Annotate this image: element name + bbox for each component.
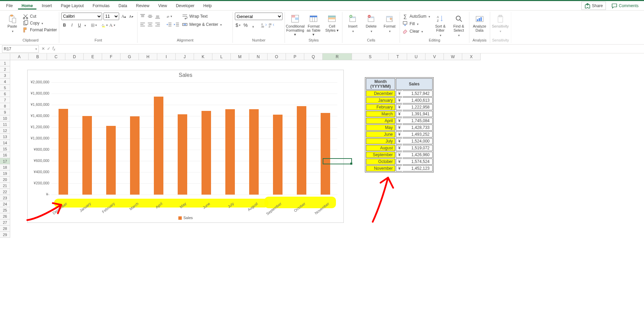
value-cell[interactable]: 1,426,960 xyxy=(403,152,433,158)
comma-format-button[interactable]: , xyxy=(250,22,256,28)
number-format-select[interactable]: General xyxy=(235,13,283,20)
tab-developer[interactable]: Developer xyxy=(173,2,198,10)
month-cell[interactable]: November xyxy=(366,165,395,171)
analyze-data-button[interactable]: Analyze Data xyxy=(471,13,488,32)
row-header[interactable]: 5 xyxy=(0,85,10,91)
align-top-icon[interactable] xyxy=(140,13,146,19)
row-header[interactable]: 28 xyxy=(0,226,10,232)
chart-bar[interactable] xyxy=(178,114,187,195)
table-row[interactable]: May¥1,428,733 xyxy=(366,125,433,131)
copy-button[interactable]: Copy xyxy=(22,20,43,26)
italic-button[interactable]: I xyxy=(69,23,75,28)
conditional-formatting-button[interactable]: Conditional Formatting ▾ xyxy=(287,13,303,36)
decrease-font-icon[interactable]: A▾ xyxy=(128,13,134,19)
column-header[interactable]: E xyxy=(84,53,102,60)
month-cell[interactable]: March xyxy=(366,111,395,117)
currency-cell[interactable]: ¥ xyxy=(396,152,402,158)
tab-home[interactable]: Home xyxy=(18,2,36,10)
chart-bar[interactable] xyxy=(225,109,235,195)
align-right-icon[interactable] xyxy=(155,21,161,28)
month-cell[interactable]: October xyxy=(366,159,395,165)
sales-chart[interactable]: Sales ¥-¥200,000¥400,000¥600,000¥800,000… xyxy=(27,70,344,223)
enter-formula-icon[interactable]: ✓ xyxy=(47,46,50,51)
column-header[interactable]: O xyxy=(268,53,286,60)
column-header[interactable]: J xyxy=(176,53,194,60)
sort-filter-button[interactable]: AZ Sort & Filter xyxy=(432,13,449,37)
currency-cell[interactable]: ¥ xyxy=(396,138,402,144)
value-cell[interactable]: 1,428,733 xyxy=(403,125,433,131)
row-header[interactable]: 16 xyxy=(0,152,10,158)
table-row[interactable]: August¥1,519,072 xyxy=(366,145,433,151)
tab-formulas[interactable]: Formulas xyxy=(89,2,113,10)
column-header[interactable]: D xyxy=(65,53,84,60)
increase-font-icon[interactable]: A▴ xyxy=(120,13,127,19)
underline-dropdown-icon[interactable] xyxy=(84,23,86,28)
column-header[interactable]: Q xyxy=(304,53,323,60)
column-header[interactable]: M xyxy=(231,53,249,60)
underline-button[interactable]: U xyxy=(76,23,82,28)
font-name-select[interactable]: Calibri xyxy=(61,13,102,20)
increase-indent-icon[interactable] xyxy=(174,21,180,28)
cancel-formula-icon[interactable]: ✕ xyxy=(42,46,45,51)
row-header[interactable]: 14 xyxy=(0,140,10,146)
column-header[interactable]: C xyxy=(47,53,65,60)
align-center-icon[interactable] xyxy=(147,21,153,28)
find-select-button[interactable]: Find & Select xyxy=(451,13,467,37)
name-box[interactable]: R17 ▾ xyxy=(2,45,39,53)
accounting-format-button[interactable]: $ xyxy=(235,22,241,28)
value-cell[interactable]: 1,400,613 xyxy=(403,97,433,103)
value-cell[interactable]: 1,519,072 xyxy=(403,145,433,151)
column-header[interactable]: G xyxy=(120,53,139,60)
month-cell[interactable]: December xyxy=(366,90,395,97)
borders-button[interactable] xyxy=(91,22,97,28)
column-header[interactable]: K xyxy=(194,53,212,60)
value-cell[interactable]: 1,222,958 xyxy=(403,104,433,110)
formula-bar-input[interactable] xyxy=(57,45,644,53)
row-header[interactable]: 12 xyxy=(0,128,10,134)
chart-bar[interactable] xyxy=(59,109,68,195)
row-header[interactable]: 21 xyxy=(0,183,10,189)
fx-icon[interactable]: fx xyxy=(52,46,55,51)
format-as-table-button[interactable]: Format as Table ▾ xyxy=(305,13,322,36)
table-row[interactable]: January¥1,400,613 xyxy=(366,97,433,103)
month-cell[interactable]: August xyxy=(366,145,395,151)
decrease-indent-icon[interactable] xyxy=(166,21,172,28)
row-header[interactable]: 17 xyxy=(0,158,10,164)
format-painter-button[interactable]: Format Painter xyxy=(22,27,57,33)
select-all-corner[interactable] xyxy=(0,53,10,60)
tab-insert[interactable]: Insert xyxy=(38,2,55,10)
comments-button[interactable]: Comments xyxy=(609,2,641,10)
paste-button[interactable]: Paste xyxy=(4,13,20,33)
bold-button[interactable]: B xyxy=(61,23,67,28)
column-header[interactable]: B xyxy=(29,53,47,60)
row-header[interactable]: 24 xyxy=(0,201,10,207)
wrap-text-button[interactable]: Wrap Text xyxy=(182,13,208,19)
row-header[interactable]: 25 xyxy=(0,207,10,213)
row-header[interactable]: 6 xyxy=(0,91,10,97)
clear-button[interactable]: Clear xyxy=(402,28,423,34)
column-header[interactable]: L xyxy=(212,53,231,60)
month-cell[interactable]: June xyxy=(366,131,395,137)
insert-cells-button[interactable]: Insert xyxy=(344,13,361,33)
currency-cell[interactable]: ¥ xyxy=(396,97,402,103)
table-row[interactable]: June¥1,493,252 xyxy=(366,131,433,137)
fill-color-button[interactable] xyxy=(102,22,108,28)
tab-page-layout[interactable]: Page Layout xyxy=(58,2,87,10)
align-left-icon[interactable] xyxy=(140,21,146,28)
currency-cell[interactable]: ¥ xyxy=(396,90,402,97)
tab-view[interactable]: View xyxy=(155,2,171,10)
row-header[interactable]: 11 xyxy=(0,121,10,128)
month-cell[interactable]: May xyxy=(366,125,395,131)
column-header[interactable]: V xyxy=(425,53,444,60)
delete-cells-button[interactable]: Delete xyxy=(363,13,379,33)
table-row[interactable]: December¥1,527,942 xyxy=(366,90,433,97)
column-header[interactable]: S xyxy=(352,53,389,60)
merge-center-button[interactable]: Merge & Center xyxy=(182,21,222,28)
table-row[interactable]: March¥1,391,941 xyxy=(366,111,433,117)
table-row[interactable]: November¥1,452,123 xyxy=(366,165,433,171)
chart-bar[interactable] xyxy=(273,115,283,195)
month-cell[interactable]: February xyxy=(366,104,395,110)
column-header[interactable]: X xyxy=(462,53,481,60)
row-header[interactable]: 29 xyxy=(0,232,10,238)
column-header[interactable]: N xyxy=(249,53,268,60)
